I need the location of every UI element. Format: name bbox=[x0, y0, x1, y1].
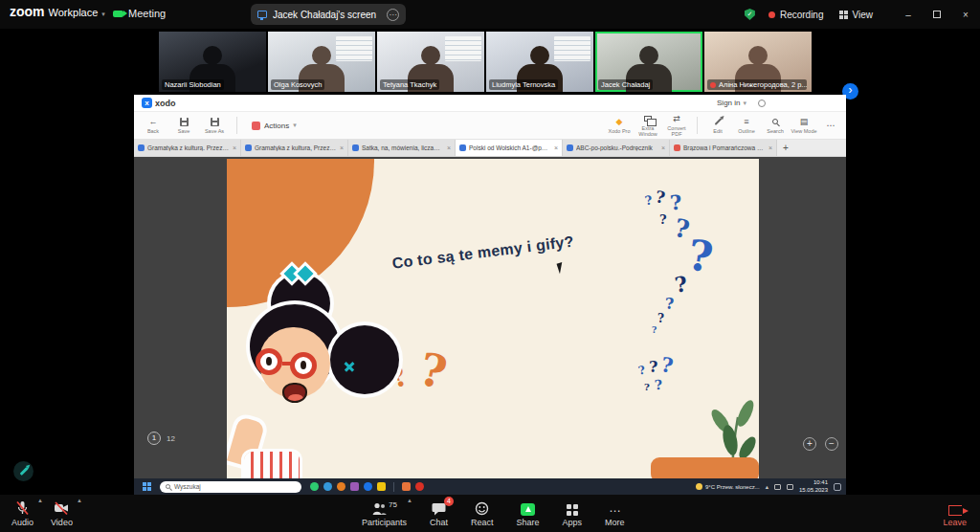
document-tab[interactable]: Satka, na, mówienia, liczami... × bbox=[348, 140, 456, 156]
taskbar-search[interactable]: Wyszukaj bbox=[160, 481, 301, 493]
back-button[interactable]: ← Back bbox=[140, 113, 167, 138]
participant-name: Nazarii Slobodian bbox=[162, 79, 224, 90]
search-button[interactable]: Search bbox=[762, 113, 789, 138]
question-mark: ? bbox=[672, 213, 692, 245]
close-icon[interactable]: × bbox=[447, 144, 451, 151]
theme-toggle-icon[interactable] bbox=[758, 100, 766, 107]
share-label: Share bbox=[517, 518, 540, 527]
participant-tile-active-speaker[interactable]: Jacek Chaładaj bbox=[595, 32, 702, 92]
tray-volume-icon[interactable] bbox=[787, 484, 793, 490]
close-icon[interactable]: × bbox=[661, 144, 665, 151]
zoom-in-button[interactable]: + bbox=[803, 437, 816, 451]
meeting-video-icon bbox=[113, 11, 123, 17]
app-icon[interactable] bbox=[337, 482, 345, 491]
camera-off-icon bbox=[54, 500, 69, 516]
app-icon[interactable] bbox=[364, 482, 372, 491]
cartoon-girl-illustration bbox=[233, 274, 405, 478]
more-tools-button[interactable]: ⋯ bbox=[819, 113, 842, 138]
close-button[interactable]: × bbox=[951, 0, 980, 29]
participant-tile[interactable]: Аліна Нижегородова, 2 p... bbox=[704, 32, 812, 92]
chevron-up-icon[interactable]: ▲ bbox=[407, 498, 412, 503]
document-tab[interactable]: Brązowa i Pomarańczowa Ne... × bbox=[670, 140, 777, 156]
sign-in-button[interactable]: Sign in ▾ bbox=[717, 99, 746, 107]
extra-window-button[interactable]: Extra Window bbox=[635, 113, 661, 138]
chat-button[interactable]: 4 Chat bbox=[430, 495, 448, 532]
apps-grid-icon bbox=[567, 504, 578, 516]
view-button[interactable]: View bbox=[839, 10, 874, 20]
view-mode-icon: ▤ bbox=[800, 117, 809, 127]
participant-tile[interactable]: Nazarii Slobodian bbox=[159, 32, 266, 92]
react-button[interactable]: React bbox=[471, 495, 494, 532]
participant-tile[interactable]: Olga Kosovych bbox=[268, 32, 375, 92]
search-icon bbox=[166, 484, 170, 489]
add-tab-button[interactable]: + bbox=[777, 140, 794, 156]
shared-screen-content: x xodo Sign in ▾ ← Back Save bbox=[134, 95, 846, 495]
app-icon[interactable] bbox=[402, 482, 411, 491]
minimize-button[interactable]: – bbox=[894, 0, 923, 29]
xodo-pro-button[interactable]: ◆ Xodo Pro bbox=[606, 113, 633, 138]
total-pages: 12 bbox=[167, 434, 175, 443]
share-button[interactable]: Share bbox=[517, 495, 540, 532]
chevron-up-icon[interactable]: ▲ bbox=[77, 498, 82, 503]
close-icon[interactable]: × bbox=[768, 144, 772, 151]
save-as-button[interactable]: Save As bbox=[201, 113, 228, 138]
weather-widget[interactable]: 9°C Przew. słonecz... bbox=[696, 483, 760, 490]
document-tab-active[interactable]: Polski od Wolskich A1-@po s... × bbox=[456, 140, 563, 156]
screen-share-icon bbox=[257, 11, 267, 18]
tray-expand-icon[interactable]: ▴ bbox=[766, 483, 768, 491]
participant-tile[interactable]: Liudmyla Ternovska bbox=[486, 32, 593, 92]
close-icon[interactable]: × bbox=[554, 144, 558, 151]
divider bbox=[697, 117, 698, 134]
xodo-logo-icon: x bbox=[142, 98, 152, 108]
more-dots-icon: ⋯ bbox=[827, 121, 835, 131]
windows-start-icon[interactable] bbox=[143, 482, 151, 491]
question-mark: ? bbox=[659, 212, 667, 227]
app-icon[interactable] bbox=[377, 482, 386, 491]
audio-button[interactable]: ▲ Audio bbox=[11, 495, 33, 532]
close-icon[interactable]: × bbox=[233, 144, 236, 151]
maximize-button[interactable] bbox=[923, 0, 951, 29]
app-icon[interactable] bbox=[323, 482, 332, 491]
app-icon[interactable] bbox=[415, 482, 424, 491]
tray-network-icon[interactable] bbox=[774, 484, 781, 490]
security-shield-icon[interactable]: ✓ bbox=[745, 9, 755, 20]
save-icon bbox=[180, 118, 189, 126]
screen-options-icon[interactable]: ⋯ bbox=[387, 9, 399, 21]
document-tab[interactable]: ABC-po-polsku.-Podręcznik × bbox=[563, 140, 670, 156]
pdf-viewport[interactable]: Co to są te memy i gify? ? ? ? ? ? ? ? ?… bbox=[134, 157, 846, 478]
document-tab-bar: Gramatyka z kulturą. Przez p... × Gramat… bbox=[134, 140, 846, 157]
close-icon[interactable]: × bbox=[340, 144, 344, 151]
page-indicator[interactable]: 1 12 bbox=[147, 432, 175, 445]
view-mode-button[interactable]: ▤ View Mode bbox=[791, 113, 817, 138]
actions-dropdown[interactable]: Actions ▾ bbox=[246, 119, 302, 133]
participant-tile[interactable]: Tetyana Tkachyk bbox=[377, 32, 484, 92]
participants-label: Participants bbox=[362, 518, 407, 527]
open-mouth bbox=[282, 383, 307, 403]
annotate-button[interactable] bbox=[13, 461, 33, 481]
participant-filmstrip: Nazarii Slobodian Olga Kosovych Tetyana … bbox=[0, 30, 980, 94]
taskbar-clock[interactable]: 10:41 15.05.2023 bbox=[799, 479, 828, 493]
shared-screen-pill[interactable]: Jacek Chaładaj's screen ⋯ bbox=[251, 4, 406, 25]
tab-meeting[interactable]: Meeting bbox=[113, 8, 166, 19]
video-button[interactable]: ▲ Video bbox=[51, 495, 73, 532]
app-icon[interactable] bbox=[350, 482, 359, 491]
document-tab[interactable]: Gramatyka z kulturą. Przez p... × bbox=[134, 140, 241, 156]
participants-button[interactable]: ▲ 75 Participants bbox=[362, 495, 407, 532]
more-button[interactable]: ⋯ More bbox=[605, 495, 625, 532]
edit-button[interactable]: Edit bbox=[704, 113, 731, 138]
save-button[interactable]: Save bbox=[170, 113, 197, 138]
participant-name: Аліна Нижегородова, 2 p... bbox=[707, 79, 807, 90]
document-tab[interactable]: Gramatyka z kultura, Przez o... × bbox=[241, 140, 348, 156]
apps-button[interactable]: Apps bbox=[563, 495, 583, 532]
pin-icon bbox=[710, 82, 716, 88]
convert-pdf-button[interactable]: ⇄ Convert PDF bbox=[663, 113, 690, 138]
chevron-down-icon[interactable]: ▾ bbox=[101, 11, 105, 18]
app-icon[interactable] bbox=[310, 482, 319, 491]
notification-center-icon[interactable] bbox=[834, 483, 841, 491]
leave-button[interactable]: Leave bbox=[943, 495, 967, 532]
outline-button[interactable]: ≡ Outline bbox=[733, 113, 760, 138]
chevron-up-icon[interactable]: ▲ bbox=[37, 498, 43, 503]
current-page[interactable]: 1 bbox=[147, 432, 161, 445]
zoom-out-button[interactable]: − bbox=[825, 437, 838, 451]
more-dots-icon: ⋯ bbox=[609, 506, 620, 516]
